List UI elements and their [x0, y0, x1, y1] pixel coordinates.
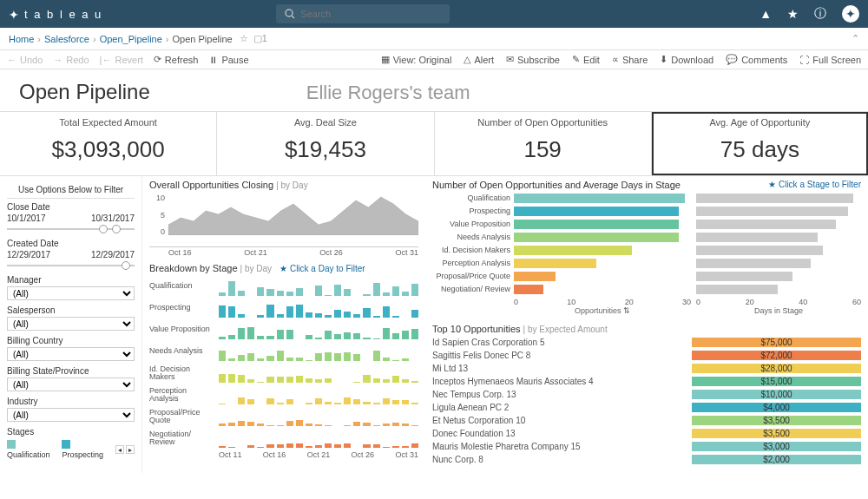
- comments-button[interactable]: 💬 Comments: [726, 54, 787, 65]
- billing-state-select[interactable]: (All): [7, 378, 135, 391]
- close-date-slider[interactable]: [7, 225, 135, 233]
- kpi-avg-deal[interactable]: Avg. Deal Size $19,453: [217, 112, 434, 175]
- pause-button[interactable]: ⏸ Pause: [208, 54, 248, 65]
- stage-days-row[interactable]: [696, 270, 861, 282]
- tabs-icon[interactable]: ▢1: [253, 33, 267, 44]
- favorite-icon[interactable]: ★: [787, 7, 799, 21]
- stage-days-row[interactable]: [696, 205, 861, 217]
- top10-row[interactable]: Inceptos Hymenaeos Mauris Associates 4$1…: [432, 375, 861, 387]
- stages-legend: Qualification Prospecting ◂▸: [7, 440, 135, 459]
- stage-days-row[interactable]: [696, 231, 861, 243]
- undo-button[interactable]: ← Undo: [7, 54, 43, 65]
- industry-select[interactable]: (All): [7, 408, 135, 422]
- search-input[interactable]: [300, 9, 441, 19]
- refresh-button[interactable]: ⟳ Refresh: [154, 54, 199, 65]
- kpi-total-expected[interactable]: Total Expected Amount $3,093,000: [0, 112, 217, 175]
- redo-button[interactable]: → Redo: [53, 54, 89, 65]
- fullscreen-button[interactable]: ⛶ Full Screen: [799, 54, 861, 65]
- kpi-avg-age[interactable]: Avg. Age of Opportunity 75 days: [652, 112, 868, 175]
- legend-next-icon[interactable]: ▸: [126, 445, 135, 454]
- top10-row[interactable]: Ligula Aenean PC 2$4,000: [432, 401, 861, 413]
- stage-row[interactable]: Needs Analysis: [432, 231, 691, 243]
- view-button[interactable]: ▦ View: Original: [381, 54, 452, 65]
- salesperson-select[interactable]: (All): [7, 317, 135, 331]
- avatar[interactable]: ✦: [842, 5, 859, 23]
- stage-chart[interactable]: QualificationProspectingValue Propositio…: [432, 192, 861, 296]
- filter-close-date: Close Date 10/1/2017 10/31/2017: [7, 202, 135, 233]
- dashboard-body: Use Options Below to Filter Close Date 1…: [0, 176, 868, 473]
- share-button[interactable]: ∝ Share: [612, 54, 648, 65]
- breakdown-label: Id. Decision Makers: [149, 365, 215, 381]
- page-subtitle: Ellie Rogers's team: [306, 82, 470, 104]
- breadcrumb-workbook[interactable]: Open_Pipeline: [100, 34, 162, 44]
- breakdown-section: Breakdown by Stage | by Day ★ Click a Da…: [149, 263, 418, 459]
- stage-chart-title: Number of Open Opportunities and Average…: [432, 180, 861, 190]
- legend-prev-icon[interactable]: ◂: [115, 445, 124, 454]
- breakdown-row[interactable]: Proposal/Price Quote: [149, 405, 418, 427]
- download-button[interactable]: ⬇ Download: [660, 54, 713, 65]
- top10-row[interactable]: Sagittis Felis Donec PC 8$72,000: [432, 349, 861, 361]
- stage-days-row[interactable]: [696, 257, 861, 269]
- top10-section: Top 10 Opportunities | by Expected Amoun…: [432, 324, 861, 465]
- brand-text: t a b l e a u: [24, 8, 102, 21]
- breakdown-title: Breakdown by Stage | by Day ★ Click a Da…: [149, 263, 418, 273]
- breakdown-row[interactable]: Id. Decision Makers: [149, 362, 418, 384]
- subscribe-button[interactable]: ✉ Subscribe: [506, 54, 560, 65]
- filter-panel: Use Options Below to Filter Close Date 1…: [0, 176, 142, 473]
- manager-select[interactable]: (All): [7, 286, 135, 300]
- breakdown-label: Perception Analysis: [149, 387, 215, 403]
- breakdown-row[interactable]: Value Proposition: [149, 318, 418, 340]
- revert-button[interactable]: |← Revert: [100, 54, 143, 65]
- top10-row[interactable]: Et Netus Corporation 10$3,500: [432, 414, 861, 426]
- search-box[interactable]: [276, 4, 450, 23]
- svg-line-1: [292, 16, 294, 18]
- stage-row[interactable]: Id. Decision Makers: [432, 244, 691, 256]
- kpi-row: Total Expected Amount $3,093,000 Avg. De…: [0, 111, 868, 176]
- alert-button[interactable]: △ Alert: [464, 54, 494, 65]
- breakdown-label: Proposal/Price Quote: [149, 409, 215, 424]
- stage-row[interactable]: Qualification: [432, 192, 691, 204]
- stage-row[interactable]: Perception Analysis: [432, 257, 691, 269]
- top10-row[interactable]: Mauris Molestie Pharetra Company 15$3,00…: [432, 440, 861, 452]
- overall-area-chart[interactable]: 1050 Oct 16Oct 21Oct 26Oct 31: [149, 194, 418, 247]
- info-icon[interactable]: ⓘ: [814, 6, 826, 22]
- breakdown-row[interactable]: Needs Analysis: [149, 340, 418, 362]
- stage-row[interactable]: Prospecting: [432, 205, 691, 217]
- breakdown-label: Qualification: [149, 282, 215, 290]
- top-bar: t a b l e a u ▲ ★ ⓘ ✦: [0, 0, 868, 28]
- edit-button[interactable]: ✎ Edit: [572, 54, 600, 65]
- stage-row[interactable]: Proposal/Price Quote: [432, 270, 691, 282]
- stage-days-row[interactable]: [696, 192, 861, 204]
- created-date-slider[interactable]: [7, 261, 135, 270]
- legend-item[interactable]: Qualification: [7, 440, 53, 459]
- dashboard-header: Open Pipeline Ellie Rogers's team: [0, 69, 868, 111]
- billing-country-select[interactable]: (All): [7, 347, 135, 361]
- breadcrumb-project[interactable]: Salesforce: [44, 34, 89, 44]
- top10-row[interactable]: Nec Tempus Corp. 13$10,000: [432, 388, 861, 400]
- alert-icon[interactable]: ▲: [760, 7, 772, 21]
- breakdown-row[interactable]: Qualification: [149, 275, 418, 297]
- stage-row[interactable]: Negotiation/ Review: [432, 283, 691, 295]
- breadcrumb-home[interactable]: Home: [9, 34, 34, 44]
- stage-row[interactable]: Value Proposition: [432, 218, 691, 230]
- filter-title: Use Options Below to Filter: [7, 181, 135, 199]
- stage-days-row[interactable]: [696, 218, 861, 230]
- top10-title: Top 10 Opportunities | by Expected Amoun…: [432, 324, 861, 334]
- toolbar: ← Undo → Redo |← Revert ⟳ Refresh ⏸ Paus…: [0, 50, 868, 69]
- breakdown-row[interactable]: Perception Analysis: [149, 384, 418, 405]
- breakdown-row[interactable]: Prospecting: [149, 297, 418, 318]
- top10-row[interactable]: Donec Foundation 13$3,500: [432, 427, 861, 439]
- stage-days-row[interactable]: [696, 244, 861, 256]
- top-icons: ▲ ★ ⓘ ✦: [760, 5, 859, 23]
- top10-row[interactable]: Mi Ltd 13$28,000: [432, 362, 861, 374]
- kpi-open-opps[interactable]: Number of Open Opportunities 159: [435, 112, 652, 175]
- top10-row[interactable]: Id Sapien Cras Corporation 5$75,000: [432, 336, 861, 348]
- logo[interactable]: t a b l e a u: [9, 8, 102, 21]
- favorite-outline-icon[interactable]: ☆: [240, 33, 248, 44]
- stage-days-row[interactable]: [696, 283, 861, 295]
- expand-icon[interactable]: ⌃: [852, 33, 859, 44]
- top10-row[interactable]: Nunc Corp. 8$2,000: [432, 453, 861, 465]
- legend-item[interactable]: Prospecting: [62, 440, 107, 459]
- overall-title: Overall Opportunities Closing | by Day: [149, 180, 418, 190]
- breakdown-row[interactable]: Negotiation/ Review: [149, 427, 418, 449]
